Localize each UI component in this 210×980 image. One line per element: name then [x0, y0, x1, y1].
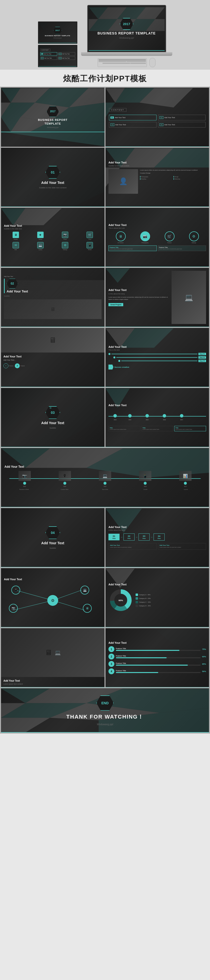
phototext-title: Add Your Text	[109, 288, 170, 291]
slide-section-02: Add Your Text 02 Add Your Text Subtitle …	[1, 268, 104, 327]
end-title: THANK FOR WATCHING！	[66, 713, 144, 721]
timeline-title: Add Your Text	[109, 404, 206, 407]
section04-hex: 04	[45, 526, 60, 539]
photoleft-stat-2: 2 Feature	[15, 363, 25, 368]
stat-row-4: 4 Feature Title 50%	[109, 668, 206, 674]
section01-title: Add Your Text	[41, 181, 64, 185]
slide-arrow-list: Add Your Text This is the text Step 01 S…	[106, 328, 209, 387]
laptop-year: 2017	[123, 22, 130, 26]
arrow-tag-text: Succes creative	[114, 366, 130, 368]
phototext-image: 💻	[172, 271, 206, 324]
toc-text-3: Add Your Text	[115, 124, 126, 126]
photoleft-title: Add Your Text	[3, 355, 102, 358]
stacked-slides: 2017 BUSINESS REPORT TEMPLATE Woduwang.p…	[38, 21, 77, 67]
s02-photo: 🖥	[4, 299, 101, 319]
tl2-text-4: Growth	[126, 488, 165, 490]
section04-title: Add Your Text	[41, 541, 64, 545]
slide-timeline: Add Your Text 2013 2014 2015	[106, 388, 209, 447]
tl2-text-1: Business & Work	[5, 488, 44, 490]
phototext-cta: Great Project	[109, 303, 123, 306]
toc-num-4: 04	[159, 123, 164, 126]
tl2-item-5: 📊 2017	[165, 471, 205, 487]
cover-hex-badge: 2017	[46, 106, 59, 117]
donut-legend-2: Category B - 20%	[136, 597, 151, 600]
slide-office: 🖥 💻 Add Your Text Lorem ipsum text conte…	[1, 628, 104, 687]
iconlist-title: Add Your Text	[4, 224, 101, 227]
arrowlist-subtitle: This is the text	[109, 349, 206, 351]
info-circle-4: ⚙ Settings	[189, 231, 199, 243]
keyboard	[98, 58, 147, 67]
slide-cover: 2017 BUSINESS REPORT TEMPLATE Woduwang.p…	[1, 88, 104, 147]
process-subtitle: A little about this work	[109, 529, 206, 531]
donut-legend-1: Category A - 40%	[136, 593, 151, 596]
top-preview-section: 2017 BUSINESS REPORT TEMPLATE Woduwang.p…	[0, 0, 210, 70]
photoleft-stat-1: 1 Feature	[3, 363, 13, 368]
slide-end: END THANK FOR WATCHING！ Woduwang.ppt	[1, 688, 209, 733]
slide-process: Add Your Text A little about this work 0…	[106, 508, 209, 567]
thumb2-label: CONTENT	[40, 49, 50, 51]
tl2-title: Add Your Text	[5, 465, 205, 468]
toc-num-1: 01	[111, 116, 114, 119]
donut-title: Add Your Text	[109, 583, 206, 586]
icon-item-2: ★ Rating	[29, 232, 52, 240]
feat-2: Design	[173, 176, 206, 178]
photoleft-image: 🖥	[1, 328, 104, 353]
office-photo: 🖥 💻	[1, 628, 104, 677]
tl-desc-1: Title Lorem ipsum text content here	[109, 426, 140, 431]
toc-text-4: Add Your Text	[164, 124, 175, 126]
features-subtitle: Subtitle to the slide content	[109, 165, 206, 167]
features-text2: Creative Design	[140, 172, 206, 174]
info-title: Add Your Text	[109, 224, 206, 226]
tl2-item-1: 📷 2013	[5, 471, 45, 487]
office-subtitle: Lorem ipsum text content	[3, 683, 102, 685]
svg-marker-18	[11, 88, 50, 103]
slide-info: Add Your Text This is about text use 🖥 B…	[106, 208, 209, 267]
svg-marker-29	[115, 88, 154, 103]
toc-item-2: Add Your Text	[62, 53, 70, 55]
iconconn-node4: 🖥	[83, 604, 92, 613]
info-subtitle: This is about text use	[109, 227, 206, 229]
phototext-subtitle: Is this about the story	[109, 293, 170, 295]
svg-marker-17	[1, 88, 21, 103]
thumb1-watermark: Woduwang.ppt	[53, 37, 62, 39]
section01-subtitle: Subtitle to the slide text content	[39, 186, 66, 189]
donut-legend-3: Category C - 15%	[136, 601, 151, 603]
info-circle-2: 📷 Photography	[140, 231, 150, 243]
info-box-2: Feature Title Lorem ipsum dolor sit amet…	[158, 245, 206, 251]
thumb1-title: BUSINESS REPORT TEMPLATE	[45, 35, 70, 37]
laptop-top-mockup: 2017 BUSINESS REPORT TEMPLATE Woduwang.p…	[81, 5, 172, 67]
features-title: Add Your Text	[109, 161, 206, 164]
svg-marker-4	[39, 30, 43, 37]
arrow-tag: Succes creative	[109, 364, 206, 369]
iconlist-subtitle: Subtitle to the slide text	[4, 228, 101, 230]
toc-item-box-2: 02 Add Your Text	[158, 115, 205, 120]
slides-container: 2017 BUSINESS REPORT TEMPLATE Woduwang.p…	[0, 87, 210, 733]
svg-marker-28	[106, 88, 125, 103]
svg-marker-67	[1, 689, 50, 703]
s02-title: Add Your Text	[6, 290, 101, 293]
svg-line-57	[13, 600, 53, 610]
slide-toc: CONTENT 01 Add Your Text 02 Add Your Tex…	[106, 88, 209, 147]
icon-item-4: 🛒 Shop	[78, 232, 101, 240]
tl2-item-2: 🎙 2014	[45, 471, 85, 487]
slide-section-04: 04 Add Your Text Subtitle	[1, 508, 104, 567]
end-hex: END	[96, 695, 114, 711]
section01-hex: 01	[45, 166, 60, 179]
svg-text:60%: 60%	[119, 599, 123, 601]
svg-marker-74	[1, 718, 50, 732]
icon-item-3: 📷 Photo	[53, 232, 77, 240]
svg-marker-0	[39, 23, 48, 30]
iconconn-center: ⚙	[47, 595, 58, 606]
process-title: Add Your Text	[109, 526, 206, 528]
slide-stats: Add Your Text 1 Feature Title 75%	[106, 628, 209, 687]
tl-desc-3: Title Lorem ipsum text content here	[174, 426, 206, 431]
toc-num-2: 02	[159, 116, 164, 119]
tl2-item-4: 📱 2016	[125, 471, 165, 487]
feat-4: Marketing	[173, 178, 206, 180]
tl-desc-2: Title Lorem ipsum text content here	[141, 426, 173, 431]
cover-title: BUSINESS REPORT TEMPLATE	[33, 118, 72, 125]
toc-label: CONTENT	[109, 108, 127, 112]
office-title: Add Your Text	[3, 679, 102, 682]
iconconn-node1: 📱	[11, 585, 20, 595]
s02-num: 02	[11, 282, 14, 285]
